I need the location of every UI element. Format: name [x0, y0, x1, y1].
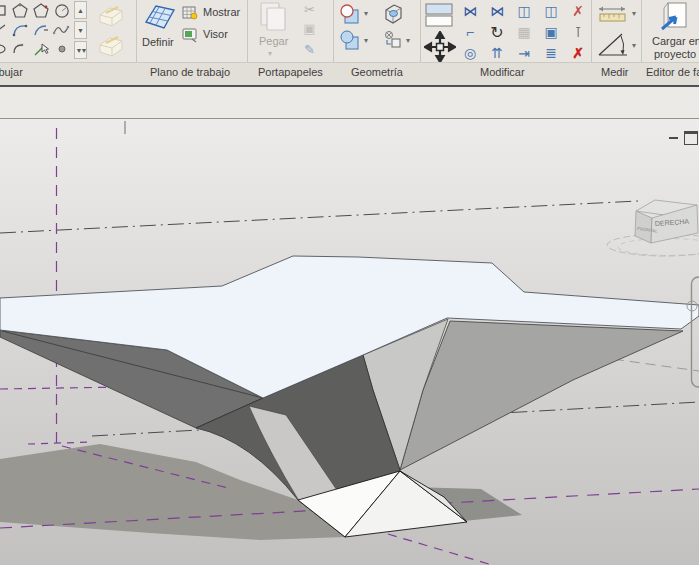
draw-spline-icon[interactable]: [52, 20, 71, 39]
cut-icon[interactable]: ✂: [300, 0, 319, 19]
drawing-area-3d-view[interactable]: FRONTAL DERECHA: [0, 119, 699, 565]
restore-view-icon[interactable]: [684, 131, 698, 145]
panel-label-plano[interactable]: Plano de trabajo: [150, 66, 230, 78]
split-element-icon[interactable]: ◫: [512, 1, 536, 21]
draw-circle-icon[interactable]: [52, 1, 71, 20]
rotate-icon[interactable]: ↻: [485, 22, 509, 42]
mirror-pick-axis-icon[interactable]: ⋈: [458, 1, 482, 21]
panel-label-medir[interactable]: Medir: [601, 66, 629, 78]
definir-plano-button[interactable]: Definir: [140, 0, 178, 38]
mostrar-button[interactable]: Mostrar: [182, 5, 198, 25]
match-type-icon[interactable]: ✎: [300, 40, 319, 59]
panel-label-modificar[interactable]: Modificar: [480, 66, 525, 78]
draw-fillet-arc-icon[interactable]: [10, 39, 29, 58]
ribbon: ▲ ▼ ▼▼ Definir Mostrar Visor: [0, 0, 699, 87]
unpin-icon[interactable]: ✗: [566, 1, 590, 21]
join-geometry-button[interactable]: [339, 29, 361, 55]
align-icon[interactable]: ⇈: [485, 43, 509, 63]
cargar-en-proyecto-button[interactable]: Cargar en proyecto: [650, 1, 699, 37]
create-solid-form-button[interactable]: [92, 1, 128, 33]
panel-label-geometria[interactable]: Geometría: [351, 66, 403, 78]
cut-geometry-button[interactable]: [339, 4, 361, 29]
join-geometry-caret-icon[interactable]: ▾: [364, 36, 368, 45]
draw-polygon-circumscribed-icon[interactable]: [31, 1, 50, 20]
draw-polygon-inscribed-icon[interactable]: [10, 1, 29, 20]
view-window-controls: [669, 129, 697, 143]
pick-lines-icon[interactable]: [31, 39, 50, 58]
selection-rectangles-icon[interactable]: [425, 3, 455, 33]
measure-angle-button[interactable]: [596, 30, 630, 62]
visor-button[interactable]: Visor: [182, 27, 198, 47]
copy-to-clipboard-icon[interactable]: ▣: [300, 19, 319, 38]
draw-line-icon[interactable]: [0, 20, 9, 39]
pegar-label: Pegar: [259, 35, 288, 47]
panel-label-dibujar[interactable]: Dibujar: [0, 66, 23, 78]
visor-label: Visor: [203, 28, 228, 40]
mostrar-label: Mostrar: [203, 6, 240, 18]
revit-window: ▲ ▼ ▼▼ Definir Mostrar Visor: [0, 0, 699, 565]
void-forms-caret-icon[interactable]: ▾: [406, 36, 410, 45]
panel-label-editor[interactable]: Editor de familias: [646, 66, 699, 78]
draw-scroll-more-button[interactable]: ▼▼: [74, 41, 87, 59]
draw-scroll-up-button[interactable]: ▲: [74, 1, 87, 19]
draw-point-icon[interactable]: [52, 39, 71, 58]
offset-icon[interactable]: ⌐: [458, 22, 482, 42]
trim-extend-icon[interactable]: ⇥: [512, 43, 536, 63]
cut-geometry-caret-icon[interactable]: ▾: [364, 9, 368, 18]
array-icon[interactable]: ≣: [539, 43, 563, 63]
minimize-view-icon[interactable]: [669, 137, 678, 139]
draw-arc-center-icon[interactable]: [10, 20, 29, 39]
delete-icon[interactable]: ✗: [566, 43, 590, 63]
measure-caret-icon[interactable]: ▾: [632, 9, 636, 18]
draw-scroll-down-button[interactable]: ▼: [74, 21, 87, 39]
create-group-icon[interactable]: ▦: [512, 22, 536, 42]
3d-scene: FRONTAL DERECHA: [0, 119, 699, 565]
draw-arc-tangent-icon[interactable]: [31, 20, 50, 39]
mirror-draw-axis-icon[interactable]: ⋈: [485, 1, 509, 21]
pegar-caret-icon: ▾: [268, 49, 272, 58]
definir-label: Definir: [142, 36, 174, 48]
void-forms-button[interactable]: [383, 30, 403, 54]
create-void-form-button[interactable]: [92, 31, 128, 63]
pin-icon[interactable]: ⊺: [566, 22, 590, 42]
cargar-label-line2: proyecto: [654, 48, 696, 60]
panel-label-strip: Dibujar Plano de trabajo Portapapeles Ge…: [0, 62, 699, 85]
measure-distance-button[interactable]: [596, 3, 630, 29]
split-with-gap-icon[interactable]: ◫: [539, 1, 563, 21]
panel-label-portapapeles[interactable]: Portapapeles: [258, 66, 323, 78]
scale-icon[interactable]: ▣: [539, 22, 563, 42]
pegar-button[interactable]: Pegar ▾: [254, 0, 294, 36]
copy-icon[interactable]: ◎: [458, 43, 482, 63]
solid-geometry-button[interactable]: [381, 2, 405, 30]
draw-ellipse-icon[interactable]: [0, 39, 9, 58]
draw-rectangle-icon[interactable]: [0, 1, 9, 20]
cargar-label-line1: Cargar en: [652, 35, 699, 47]
measure-angle-caret-icon[interactable]: ▾: [632, 41, 636, 50]
options-bar: [0, 87, 699, 119]
